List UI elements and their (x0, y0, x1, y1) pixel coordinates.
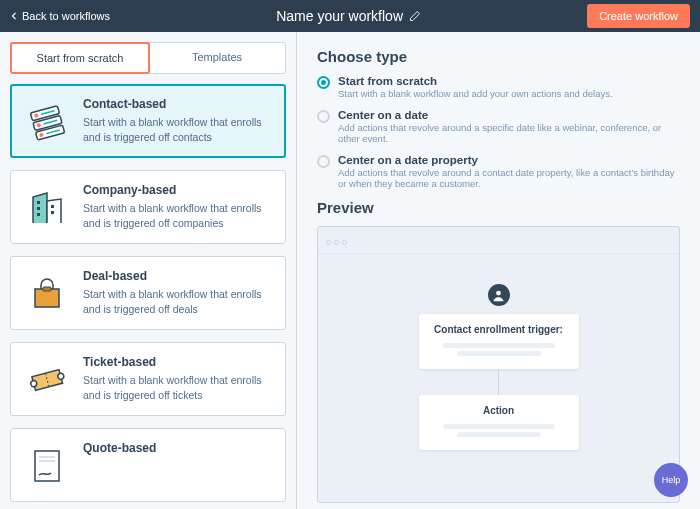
card-contact-based[interactable]: Contact-based Start with a blank workflo… (10, 84, 286, 158)
card-body: Deal-based Start with a blank workflow t… (83, 269, 273, 317)
help-button[interactable]: Help (654, 463, 688, 497)
radio-title: Center on a date (338, 109, 680, 121)
card-body: Ticket-based Start with a blank workflow… (83, 355, 273, 403)
svg-point-21 (496, 290, 501, 295)
card-desc: Start with a blank workflow that enrolls… (83, 115, 273, 144)
card-deal-based[interactable]: Deal-based Start with a blank workflow t… (10, 256, 286, 330)
radio-body: Start from scratch Start with a blank wo… (338, 75, 613, 99)
chevron-left-icon (10, 12, 18, 20)
deal-icon (23, 269, 71, 317)
svg-point-16 (57, 373, 64, 380)
flow-connector (498, 369, 499, 395)
radio-body: Center on a date property Add actions th… (338, 154, 680, 189)
card-title: Contact-based (83, 97, 273, 111)
card-desc: Start with a blank workflow that enrolls… (83, 373, 273, 402)
card-body: Contact-based Start with a blank workflo… (83, 97, 273, 145)
card-title: Deal-based (83, 269, 273, 283)
card-body: Quote-based (83, 441, 156, 489)
page-title[interactable]: Name your workflow (276, 8, 403, 24)
radio-title: Start from scratch (338, 75, 613, 87)
card-ticket-based[interactable]: Ticket-based Start with a blank workflow… (10, 342, 286, 416)
topbar: Back to workflows Name your workflow Cre… (0, 0, 700, 32)
radio-desc: Start with a blank workflow and add your… (338, 88, 613, 99)
edit-icon[interactable] (409, 10, 421, 22)
contact-icon (23, 97, 71, 145)
svg-rect-12 (51, 205, 54, 208)
card-title: Quote-based (83, 441, 156, 455)
preview-body: Contact enrollment trigger: Action (318, 254, 679, 502)
radio-title: Center on a date property (338, 154, 680, 166)
svg-rect-10 (37, 207, 40, 210)
flow-trigger-box: Contact enrollment trigger: (419, 314, 579, 369)
right-panel: Choose type Start from scratch Start wit… (296, 32, 700, 509)
radio-body: Center on a date Add actions that revolv… (338, 109, 680, 144)
preview-container: Contact enrollment trigger: Action (317, 226, 680, 503)
flow-trigger-title: Contact enrollment trigger: (429, 324, 569, 335)
card-desc: Start with a blank workflow that enrolls… (83, 287, 273, 316)
radio-input[interactable] (317, 76, 330, 89)
main: Start from scratch Templates Contact-bas… (0, 32, 700, 509)
company-icon (23, 183, 71, 231)
radio-input[interactable] (317, 110, 330, 123)
back-link[interactable]: Back to workflows (10, 10, 110, 22)
tab-start-from-scratch[interactable]: Start from scratch (10, 42, 150, 74)
svg-rect-9 (37, 201, 40, 204)
choose-type-heading: Choose type (317, 48, 680, 65)
radio-desc: Add actions that revolve around a specif… (338, 122, 680, 144)
svg-rect-18 (35, 451, 59, 481)
radio-input[interactable] (317, 155, 330, 168)
card-title: Ticket-based (83, 355, 273, 369)
flow-action-box: Action (419, 395, 579, 450)
back-label: Back to workflows (22, 10, 110, 22)
avatar-icon (488, 284, 510, 306)
radio-desc: Add actions that revolve around a contac… (338, 167, 680, 189)
create-workflow-button[interactable]: Create workflow (587, 4, 690, 28)
card-company-based[interactable]: Company-based Start with a blank workflo… (10, 170, 286, 244)
tab-templates[interactable]: Templates (149, 43, 285, 73)
quote-icon (23, 441, 71, 489)
page-title-wrap: Name your workflow (110, 8, 587, 24)
tabs: Start from scratch Templates (10, 42, 286, 74)
card-desc: Start with a blank workflow that enrolls… (83, 201, 273, 230)
svg-point-15 (30, 380, 37, 387)
radio-center-on-date[interactable]: Center on a date Add actions that revolv… (317, 109, 680, 144)
radio-start-from-scratch[interactable]: Start from scratch Start with a blank wo… (317, 75, 680, 99)
ticket-icon (23, 355, 71, 403)
card-body: Company-based Start with a blank workflo… (83, 183, 273, 231)
preview-heading: Preview (317, 199, 680, 216)
window-dots (318, 227, 679, 254)
radio-center-on-date-property[interactable]: Center on a date property Add actions th… (317, 154, 680, 189)
card-quote-based[interactable]: Quote-based (10, 428, 286, 502)
flow-action-title: Action (429, 405, 569, 416)
left-panel: Start from scratch Templates Contact-bas… (0, 32, 296, 509)
card-title: Company-based (83, 183, 273, 197)
svg-rect-11 (37, 213, 40, 216)
svg-rect-14 (43, 287, 51, 291)
svg-rect-13 (51, 211, 54, 214)
